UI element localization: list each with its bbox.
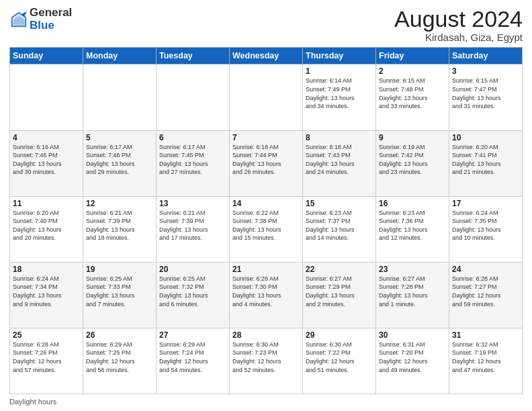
day-number: 1 [306, 66, 373, 76]
calendar-cell: 25Sunrise: 6:28 AM Sunset: 7:26 PM Dayli… [10, 328, 83, 394]
day-info: Sunrise: 6:23 AM Sunset: 7:36 PM Dayligh… [379, 209, 446, 242]
calendar-cell: 26Sunrise: 6:29 AM Sunset: 7:25 PM Dayli… [83, 328, 157, 394]
day-info: Sunrise: 6:32 AM Sunset: 7:19 PM Dayligh… [452, 340, 519, 374]
day-number: 17 [452, 199, 519, 208]
day-info: Sunrise: 6:28 AM Sunset: 7:27 PM Dayligh… [452, 275, 519, 308]
calendar-week-2: 4Sunrise: 6:16 AM Sunset: 7:46 PM Daylig… [10, 130, 523, 196]
day-number: 26 [86, 330, 153, 340]
page: General Blue August 2024 Kirdasah, Giza,… [0, 0, 532, 411]
day-info: Sunrise: 6:16 AM Sunset: 7:46 PM Dayligh… [13, 143, 80, 177]
header: General Blue August 2024 Kirdasah, Giza,… [9, 7, 523, 43]
calendar-cell: 1Sunrise: 6:14 AM Sunset: 7:49 PM Daylig… [303, 64, 376, 130]
calendar-cell: 5Sunrise: 6:17 AM Sunset: 7:46 PM Daylig… [83, 130, 157, 196]
calendar-week-1: 1Sunrise: 6:14 AM Sunset: 7:49 PM Daylig… [10, 64, 523, 130]
day-info: Sunrise: 6:15 AM Sunset: 7:47 PM Dayligh… [452, 77, 519, 110]
day-info: Sunrise: 6:25 AM Sunset: 7:33 PM Dayligh… [86, 275, 153, 308]
footer: Daylight hours [9, 398, 523, 406]
days-of-week-row: SundayMondayTuesdayWednesdayThursdayFrid… [10, 48, 523, 64]
day-number: 9 [379, 133, 446, 142]
day-number: 8 [306, 133, 373, 142]
day-info: Sunrise: 6:27 AM Sunset: 7:29 PM Dayligh… [306, 275, 373, 308]
calendar-cell: 7Sunrise: 6:18 AM Sunset: 7:44 PM Daylig… [230, 130, 303, 196]
day-number: 5 [86, 133, 153, 142]
calendar-table: SundayMondayTuesdayWednesdayThursdayFrid… [9, 47, 523, 394]
day-number: 14 [232, 199, 300, 208]
calendar-cell [10, 64, 83, 130]
calendar-cell: 31Sunrise: 6:32 AM Sunset: 7:19 PM Dayli… [449, 328, 523, 394]
day-info: Sunrise: 6:24 AM Sunset: 7:34 PM Dayligh… [13, 275, 80, 308]
day-info: Sunrise: 6:18 AM Sunset: 7:44 PM Dayligh… [232, 143, 300, 177]
day-info: Sunrise: 6:14 AM Sunset: 7:49 PM Dayligh… [306, 77, 373, 110]
calendar-cell: 12Sunrise: 6:21 AM Sunset: 7:39 PM Dayli… [83, 196, 157, 262]
calendar-body: 1Sunrise: 6:14 AM Sunset: 7:49 PM Daylig… [10, 64, 523, 394]
calendar-cell: 10Sunrise: 6:20 AM Sunset: 7:41 PM Dayli… [449, 130, 523, 196]
day-number: 23 [379, 265, 446, 274]
calendar-cell: 22Sunrise: 6:27 AM Sunset: 7:29 PM Dayli… [303, 262, 376, 328]
day-header-friday: Friday [376, 48, 449, 64]
logo: General Blue [9, 7, 72, 32]
logo-general-text: General [30, 7, 72, 19]
calendar-week-5: 25Sunrise: 6:28 AM Sunset: 7:26 PM Dayli… [10, 328, 523, 394]
title-block: August 2024 Kirdasah, Giza, Egypt [394, 7, 523, 43]
calendar-cell: 18Sunrise: 6:24 AM Sunset: 7:34 PM Dayli… [10, 262, 83, 328]
calendar-cell: 30Sunrise: 6:31 AM Sunset: 7:20 PM Dayli… [376, 328, 449, 394]
day-info: Sunrise: 6:30 AM Sunset: 7:23 PM Dayligh… [232, 340, 300, 374]
day-header-tuesday: Tuesday [157, 48, 230, 64]
calendar-cell: 21Sunrise: 6:26 AM Sunset: 7:30 PM Dayli… [230, 262, 303, 328]
day-number: 16 [379, 199, 446, 208]
calendar-cell: 23Sunrise: 6:27 AM Sunset: 7:28 PM Dayli… [376, 262, 449, 328]
day-info: Sunrise: 6:19 AM Sunset: 7:42 PM Dayligh… [379, 143, 446, 177]
logo-icon [9, 10, 28, 29]
day-info: Sunrise: 6:28 AM Sunset: 7:26 PM Dayligh… [13, 340, 80, 374]
day-header-saturday: Saturday [449, 48, 523, 64]
day-number: 24 [452, 265, 519, 274]
day-number: 21 [232, 265, 300, 274]
day-number: 11 [13, 199, 80, 208]
day-number: 28 [232, 330, 300, 340]
day-info: Sunrise: 6:17 AM Sunset: 7:46 PM Dayligh… [86, 143, 153, 177]
calendar-cell: 27Sunrise: 6:29 AM Sunset: 7:24 PM Dayli… [157, 328, 230, 394]
calendar-cell: 8Sunrise: 6:18 AM Sunset: 7:43 PM Daylig… [303, 130, 376, 196]
main-title: August 2024 [394, 7, 523, 32]
calendar-cell: 9Sunrise: 6:19 AM Sunset: 7:42 PM Daylig… [376, 130, 449, 196]
calendar-cell [157, 64, 230, 130]
day-info: Sunrise: 6:23 AM Sunset: 7:37 PM Dayligh… [306, 209, 373, 242]
day-info: Sunrise: 6:22 AM Sunset: 7:38 PM Dayligh… [232, 209, 300, 242]
day-number: 19 [86, 265, 153, 274]
day-number: 3 [452, 66, 519, 76]
calendar-cell: 29Sunrise: 6:30 AM Sunset: 7:22 PM Dayli… [303, 328, 376, 394]
logo-text: General Blue [30, 7, 72, 32]
calendar-week-3: 11Sunrise: 6:20 AM Sunset: 7:40 PM Dayli… [10, 196, 523, 262]
calendar-cell: 3Sunrise: 6:15 AM Sunset: 7:47 PM Daylig… [449, 64, 523, 130]
day-header-monday: Monday [83, 48, 157, 64]
calendar-cell: 20Sunrise: 6:25 AM Sunset: 7:32 PM Dayli… [157, 262, 230, 328]
day-number: 30 [379, 330, 446, 340]
logo-blue-text: Blue [30, 19, 72, 32]
day-info: Sunrise: 6:29 AM Sunset: 7:25 PM Dayligh… [86, 340, 153, 374]
day-info: Sunrise: 6:20 AM Sunset: 7:40 PM Dayligh… [13, 209, 80, 242]
location-subtitle: Kirdasah, Giza, Egypt [394, 32, 523, 43]
calendar-week-4: 18Sunrise: 6:24 AM Sunset: 7:34 PM Dayli… [10, 262, 523, 328]
day-info: Sunrise: 6:31 AM Sunset: 7:20 PM Dayligh… [379, 340, 446, 374]
day-info: Sunrise: 6:29 AM Sunset: 7:24 PM Dayligh… [159, 340, 226, 374]
day-info: Sunrise: 6:18 AM Sunset: 7:43 PM Dayligh… [306, 143, 373, 177]
day-info: Sunrise: 6:21 AM Sunset: 7:39 PM Dayligh… [86, 209, 153, 242]
day-info: Sunrise: 6:21 AM Sunset: 7:39 PM Dayligh… [159, 209, 226, 242]
daylight-label: Daylight hours [9, 398, 56, 406]
day-number: 2 [379, 66, 446, 76]
calendar-cell [230, 64, 303, 130]
calendar-cell: 15Sunrise: 6:23 AM Sunset: 7:37 PM Dayli… [303, 196, 376, 262]
day-number: 29 [306, 330, 373, 340]
day-number: 10 [452, 133, 519, 142]
day-header-thursday: Thursday [303, 48, 376, 64]
day-number: 12 [86, 199, 153, 208]
calendar-cell: 17Sunrise: 6:24 AM Sunset: 7:35 PM Dayli… [449, 196, 523, 262]
calendar-cell: 11Sunrise: 6:20 AM Sunset: 7:40 PM Dayli… [10, 196, 83, 262]
calendar-cell: 19Sunrise: 6:25 AM Sunset: 7:33 PM Dayli… [83, 262, 157, 328]
day-number: 25 [13, 330, 80, 340]
day-number: 6 [159, 133, 226, 142]
day-info: Sunrise: 6:17 AM Sunset: 7:45 PM Dayligh… [159, 143, 226, 177]
calendar-cell: 16Sunrise: 6:23 AM Sunset: 7:36 PM Dayli… [376, 196, 449, 262]
day-number: 20 [159, 265, 226, 274]
day-info: Sunrise: 6:27 AM Sunset: 7:28 PM Dayligh… [379, 275, 446, 308]
